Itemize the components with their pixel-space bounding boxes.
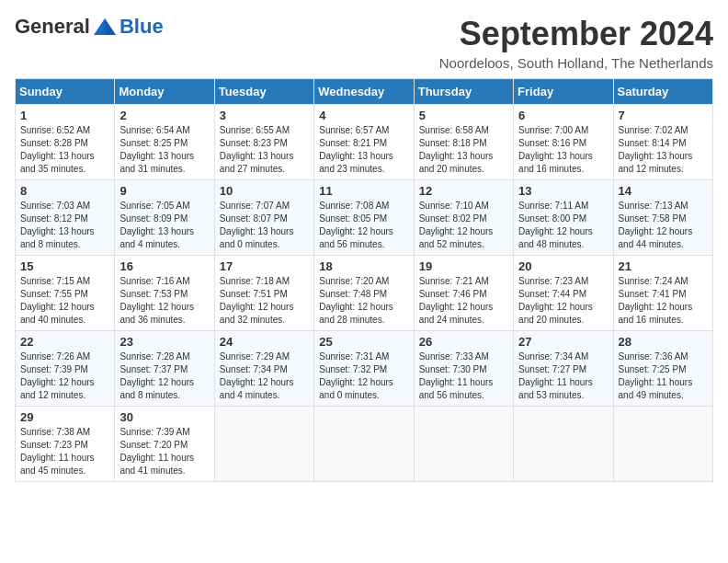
day-number: 10 <box>220 184 309 198</box>
day-number: 11 <box>319 184 408 198</box>
calendar-day-2: 2Sunrise: 6:54 AM Sunset: 8:25 PM Daylig… <box>115 105 214 180</box>
day-info: Sunrise: 7:00 AM Sunset: 8:16 PM Dayligh… <box>518 124 608 176</box>
calendar-day-16: 16Sunrise: 7:16 AM Sunset: 7:53 PM Dayli… <box>115 256 214 331</box>
day-info: Sunrise: 6:58 AM Sunset: 8:18 PM Dayligh… <box>419 124 508 176</box>
logo-general-text: General <box>15 15 90 39</box>
day-number: 26 <box>419 335 508 349</box>
day-number: 7 <box>619 109 708 122</box>
day-number: 30 <box>119 410 209 424</box>
day-info: Sunrise: 7:10 AM Sunset: 8:02 PM Dayligh… <box>419 200 508 251</box>
day-info: Sunrise: 6:57 AM Sunset: 8:21 PM Dayligh… <box>319 124 408 176</box>
day-info: Sunrise: 7:39 AM Sunset: 7:20 PM Dayligh… <box>119 426 209 477</box>
day-info: Sunrise: 7:36 AM Sunset: 7:25 PM Dayligh… <box>619 350 708 402</box>
calendar-table: SundayMondayTuesdayWednesdayThursdayFrid… <box>15 78 713 482</box>
day-info: Sunrise: 6:54 AM Sunset: 8:25 PM Dayligh… <box>119 124 209 176</box>
day-info: Sunrise: 7:24 AM Sunset: 7:41 PM Dayligh… <box>619 275 708 327</box>
empty-cell <box>414 407 513 482</box>
day-info: Sunrise: 7:16 AM Sunset: 7:53 PM Dayligh… <box>119 275 209 327</box>
day-number: 12 <box>419 184 508 198</box>
calendar-day-4: 4Sunrise: 6:57 AM Sunset: 8:21 PM Daylig… <box>314 105 414 180</box>
calendar-week-2: 8Sunrise: 7:03 AM Sunset: 8:12 PM Daylig… <box>16 180 713 256</box>
day-number: 25 <box>319 335 408 349</box>
day-number: 14 <box>619 184 708 198</box>
calendar-day-13: 13Sunrise: 7:11 AM Sunset: 8:00 PM Dayli… <box>514 180 613 256</box>
day-number: 19 <box>419 259 508 273</box>
day-info: Sunrise: 7:29 AM Sunset: 7:34 PM Dayligh… <box>220 350 309 402</box>
day-number: 6 <box>518 109 608 122</box>
day-info: Sunrise: 7:20 AM Sunset: 7:48 PM Dayligh… <box>319 275 408 327</box>
logo: General Blue <box>15 15 164 39</box>
day-info: Sunrise: 7:33 AM Sunset: 7:30 PM Dayligh… <box>419 350 508 402</box>
calendar-day-24: 24Sunrise: 7:29 AM Sunset: 7:34 PM Dayli… <box>214 331 313 407</box>
day-number: 2 <box>119 109 209 122</box>
calendar-week-3: 15Sunrise: 7:15 AM Sunset: 7:55 PM Dayli… <box>16 256 713 331</box>
day-number: 8 <box>20 184 109 198</box>
day-info: Sunrise: 7:15 AM Sunset: 7:55 PM Dayligh… <box>20 275 109 327</box>
day-number: 29 <box>20 410 109 424</box>
weekday-header-sunday: Sunday <box>16 79 115 105</box>
empty-cell <box>514 407 613 482</box>
calendar-day-23: 23Sunrise: 7:28 AM Sunset: 7:37 PM Dayli… <box>115 331 214 407</box>
day-number: 23 <box>119 335 209 349</box>
day-info: Sunrise: 6:52 AM Sunset: 8:28 PM Dayligh… <box>20 124 109 176</box>
day-info: Sunrise: 7:34 AM Sunset: 7:27 PM Dayligh… <box>518 350 608 402</box>
day-info: Sunrise: 7:05 AM Sunset: 8:09 PM Dayligh… <box>119 200 209 251</box>
day-number: 1 <box>20 109 109 122</box>
day-number: 3 <box>220 109 309 122</box>
empty-cell <box>314 407 414 482</box>
location-subtitle: Noordeloos, South Holland, The Netherlan… <box>439 55 713 71</box>
calendar-day-29: 29Sunrise: 7:38 AM Sunset: 7:23 PM Dayli… <box>16 407 115 482</box>
day-number: 13 <box>518 184 608 198</box>
day-number: 17 <box>220 259 309 273</box>
day-number: 18 <box>319 259 408 273</box>
calendar-day-14: 14Sunrise: 7:13 AM Sunset: 7:58 PM Dayli… <box>613 180 712 256</box>
calendar-day-9: 9Sunrise: 7:05 AM Sunset: 8:09 PM Daylig… <box>115 180 214 256</box>
day-info: Sunrise: 7:21 AM Sunset: 7:46 PM Dayligh… <box>419 275 508 327</box>
weekday-header-monday: Monday <box>115 79 214 105</box>
calendar-week-4: 22Sunrise: 7:26 AM Sunset: 7:39 PM Dayli… <box>16 331 713 407</box>
day-info: Sunrise: 7:02 AM Sunset: 8:14 PM Dayligh… <box>619 124 708 176</box>
day-number: 27 <box>518 335 608 349</box>
calendar-day-1: 1Sunrise: 6:52 AM Sunset: 8:28 PM Daylig… <box>16 105 115 180</box>
calendar-day-3: 3Sunrise: 6:55 AM Sunset: 8:23 PM Daylig… <box>214 105 313 180</box>
day-info: Sunrise: 7:07 AM Sunset: 8:07 PM Dayligh… <box>220 200 309 251</box>
weekday-header-tuesday: Tuesday <box>214 79 313 105</box>
calendar-day-28: 28Sunrise: 7:36 AM Sunset: 7:25 PM Dayli… <box>613 331 712 407</box>
day-info: Sunrise: 7:38 AM Sunset: 7:23 PM Dayligh… <box>20 426 109 477</box>
day-info: Sunrise: 7:28 AM Sunset: 7:37 PM Dayligh… <box>119 350 209 402</box>
day-number: 16 <box>119 259 209 273</box>
calendar-day-12: 12Sunrise: 7:10 AM Sunset: 8:02 PM Dayli… <box>414 180 513 256</box>
calendar-day-26: 26Sunrise: 7:33 AM Sunset: 7:30 PM Dayli… <box>414 331 513 407</box>
calendar-day-21: 21Sunrise: 7:24 AM Sunset: 7:41 PM Dayli… <box>613 256 712 331</box>
day-number: 22 <box>20 335 109 349</box>
weekday-header-row: SundayMondayTuesdayWednesdayThursdayFrid… <box>16 79 713 105</box>
day-number: 24 <box>220 335 309 349</box>
day-info: Sunrise: 7:03 AM Sunset: 8:12 PM Dayligh… <box>20 200 109 251</box>
day-number: 20 <box>518 259 608 273</box>
weekday-header-saturday: Saturday <box>613 79 712 105</box>
calendar-day-8: 8Sunrise: 7:03 AM Sunset: 8:12 PM Daylig… <box>16 180 115 256</box>
calendar-day-17: 17Sunrise: 7:18 AM Sunset: 7:51 PM Dayli… <box>214 256 313 331</box>
day-info: Sunrise: 6:55 AM Sunset: 8:23 PM Dayligh… <box>220 124 309 176</box>
logo-icon <box>92 17 118 37</box>
calendar-day-25: 25Sunrise: 7:31 AM Sunset: 7:32 PM Dayli… <box>314 331 414 407</box>
calendar-day-7: 7Sunrise: 7:02 AM Sunset: 8:14 PM Daylig… <box>613 105 712 180</box>
calendar-day-22: 22Sunrise: 7:26 AM Sunset: 7:39 PM Dayli… <box>16 331 115 407</box>
calendar-day-19: 19Sunrise: 7:21 AM Sunset: 7:46 PM Dayli… <box>414 256 513 331</box>
calendar-week-5: 29Sunrise: 7:38 AM Sunset: 7:23 PM Dayli… <box>16 407 713 482</box>
day-number: 21 <box>619 259 708 273</box>
day-number: 15 <box>20 259 109 273</box>
day-info: Sunrise: 7:26 AM Sunset: 7:39 PM Dayligh… <box>20 350 109 402</box>
day-number: 28 <box>619 335 708 349</box>
day-info: Sunrise: 7:23 AM Sunset: 7:44 PM Dayligh… <box>518 275 608 327</box>
weekday-header-wednesday: Wednesday <box>314 79 414 105</box>
calendar-day-5: 5Sunrise: 6:58 AM Sunset: 8:18 PM Daylig… <box>414 105 513 180</box>
svg-marker-1 <box>105 18 116 35</box>
day-number: 5 <box>419 109 508 122</box>
calendar-day-27: 27Sunrise: 7:34 AM Sunset: 7:27 PM Dayli… <box>514 331 613 407</box>
day-info: Sunrise: 7:31 AM Sunset: 7:32 PM Dayligh… <box>319 350 408 402</box>
weekday-header-friday: Friday <box>514 79 613 105</box>
calendar-day-6: 6Sunrise: 7:00 AM Sunset: 8:16 PM Daylig… <box>514 105 613 180</box>
calendar-day-30: 30Sunrise: 7:39 AM Sunset: 7:20 PM Dayli… <box>115 407 214 482</box>
empty-cell <box>214 407 313 482</box>
